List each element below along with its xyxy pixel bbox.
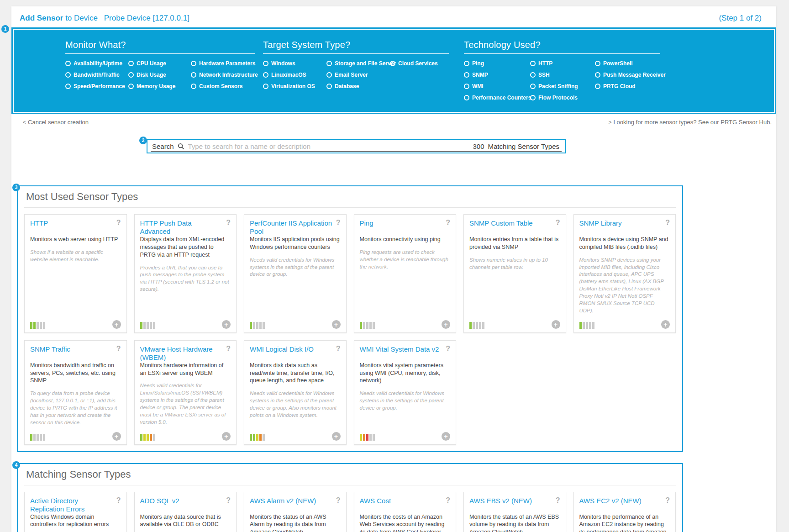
sensor-card[interactable]: VMware Host Hardware (WBEM) ? Monitors h… <box>134 340 237 445</box>
sensor-title[interactable]: SNMP Traffic <box>30 345 73 353</box>
sensor-description: Monitors the status of an AWS Alarm by r… <box>250 513 341 532</box>
filter-radio-option[interactable]: Push Message Receiver <box>595 69 666 80</box>
sensor-card[interactable]: SNMP Library ? Monitors a device using S… <box>573 214 676 333</box>
sensor-title[interactable]: WMI Logical Disk I/O <box>250 345 316 353</box>
help-icon[interactable]: ? <box>446 345 450 353</box>
filter-radio-option[interactable]: Availability/Uptime <box>65 58 128 69</box>
help-icon[interactable]: ? <box>116 219 121 226</box>
help-icon[interactable]: ? <box>336 497 341 504</box>
filter-radio-option[interactable]: Memory Usage <box>128 80 191 92</box>
help-icon[interactable]: ? <box>226 497 231 504</box>
filter-radio-option[interactable]: CPU Usage <box>128 58 191 69</box>
filter-radio-option[interactable]: Windows <box>263 58 326 69</box>
help-icon[interactable]: ? <box>116 345 121 353</box>
filter-radio-option[interactable]: Database <box>326 80 390 92</box>
add-sensor-plus-icon[interactable]: + <box>442 320 450 329</box>
add-sensor-plus-icon[interactable]: + <box>332 320 341 329</box>
device-name[interactable]: Probe Device [127.0.0.1] <box>104 14 189 22</box>
sensor-card[interactable]: Active Directory Replication Errors ? Ch… <box>24 492 127 532</box>
add-sensor-plus-icon[interactable]: + <box>442 432 450 441</box>
filter-radio-option[interactable]: WMI <box>464 80 530 92</box>
sensor-title[interactable]: ADO SQL v2 <box>140 497 182 505</box>
sensor-title[interactable]: HTTP <box>30 219 51 227</box>
filter-radio-option[interactable]: Network Infrastructure <box>191 69 258 80</box>
filter-radio-option[interactable]: Flow Protocols <box>530 92 595 103</box>
sensor-title[interactable]: Active Directory Replication Errors <box>30 497 116 513</box>
sensor-title[interactable]: HTTP Push Data Advanced <box>140 219 226 236</box>
sensor-title[interactable]: WMI Vital System Data v2 <box>360 345 442 353</box>
filter-radio-option[interactable]: HTTP <box>530 58 595 69</box>
sensor-card[interactable]: AWS EBS v2 (NEW) ? Monitors the status o… <box>463 492 566 532</box>
help-icon[interactable]: ? <box>226 219 231 226</box>
filter-radio-option[interactable]: Performance Counters <box>464 92 530 103</box>
add-sensor-plus-icon[interactable]: + <box>332 432 341 441</box>
sensor-card[interactable]: SNMP Custom Table ? Monitors entries fro… <box>463 214 566 333</box>
filter-radio-option[interactable]: Disk Usage <box>128 69 191 80</box>
sensor-title[interactable]: Ping <box>360 219 376 227</box>
gauge-bar <box>369 434 372 441</box>
sensor-card[interactable]: SNMP Traffic ? Monitors bandwidth and tr… <box>24 340 127 445</box>
help-icon[interactable]: ? <box>336 219 341 226</box>
sensor-title[interactable]: AWS Cost <box>360 497 394 505</box>
sensor-hub-link[interactable]: >Looking for more sensor types? See our … <box>608 119 772 126</box>
help-icon[interactable]: ? <box>446 497 450 504</box>
filter-radio-option[interactable]: SNMP <box>464 69 530 80</box>
filter-radio-option[interactable]: Hardware Parameters <box>191 58 258 69</box>
sensor-title[interactable]: SNMP Custom Table <box>469 219 536 227</box>
gauge-bar <box>469 322 472 329</box>
filter-radio-option[interactable]: Linux/macOS <box>263 69 326 80</box>
filter-group-title: Monitor What? <box>65 40 255 54</box>
filter-radio-option[interactable]: Email Server <box>326 69 390 80</box>
sensor-title[interactable]: AWS EBS v2 (NEW) <box>469 497 535 505</box>
sensor-card[interactable]: WMI Logical Disk I/O ? Monitors disk dat… <box>244 340 347 445</box>
filter-radio-option[interactable]: Custom Sensors <box>191 80 258 92</box>
filter-radio-option[interactable]: Bandwidth/Traffic <box>65 69 128 80</box>
sensor-title[interactable]: AWS Alarm v2 (NEW) <box>250 497 319 505</box>
sensor-card[interactable]: WMI Vital System Data v2 ? Monitors vita… <box>354 340 457 445</box>
sensor-title[interactable]: SNMP Library <box>579 219 625 227</box>
filter-group-technology: Technology Used? Ping SNMP <box>464 40 660 112</box>
gauge-bar <box>363 322 365 329</box>
add-sensor-plus-icon[interactable]: + <box>661 320 670 329</box>
search-input[interactable] <box>188 142 469 150</box>
sensor-card[interactable]: AWS Alarm v2 (NEW) ? Monitors the status… <box>244 492 347 532</box>
sensor-title[interactable]: AWS EC2 v2 (NEW) <box>579 497 644 505</box>
add-sensor-plus-icon[interactable]: + <box>112 320 121 329</box>
cancel-sensor-creation-link[interactable]: <Cancel sensor creation <box>23 119 89 126</box>
sensor-card[interactable]: AWS Cost ? Monitors the costs of an Amaz… <box>354 492 457 532</box>
help-icon[interactable]: ? <box>665 219 670 226</box>
help-icon[interactable]: ? <box>556 497 560 504</box>
filter-radio-option[interactable]: Ping <box>464 58 530 69</box>
filter-radio-option[interactable]: PRTG Cloud <box>595 80 666 92</box>
sensor-title[interactable]: PerfCounter IIS Application Pool <box>250 219 336 236</box>
help-icon[interactable]: ? <box>446 219 450 226</box>
add-sensor-plus-icon[interactable]: + <box>552 320 560 329</box>
filter-radio-option[interactable]: SSH <box>530 69 595 80</box>
help-icon[interactable]: ? <box>336 345 341 353</box>
filter-radio-option[interactable]: Virtualization OS <box>263 80 326 92</box>
add-sensor-plus-icon[interactable]: + <box>222 432 231 441</box>
filter-radio-option[interactable]: Speed/Performance <box>65 80 128 92</box>
help-icon[interactable]: ? <box>116 497 121 504</box>
help-icon[interactable]: ? <box>665 497 670 504</box>
sensor-card[interactable]: Ping ? Monitors connectivity using ping … <box>354 214 457 333</box>
filter-radio-option[interactable]: Cloud Services <box>390 58 449 69</box>
gauge-bar <box>150 434 152 441</box>
sensor-card[interactable]: HTTP Push Data Advanced ? Displays data … <box>134 214 237 333</box>
add-sensor-plus-icon[interactable]: + <box>112 432 121 441</box>
filter-radio-option[interactable]: Storage and File Server <box>326 58 390 69</box>
filter-group-title: Technology Used? <box>464 40 660 54</box>
sensor-card[interactable]: PerfCounter IIS Application Pool ? Monit… <box>244 214 347 333</box>
help-icon[interactable]: ? <box>226 345 231 353</box>
help-icon[interactable]: ? <box>556 219 560 226</box>
add-sensor-plus-icon[interactable]: + <box>222 320 231 329</box>
sensor-description: Monitors any data source that is availab… <box>140 513 231 529</box>
filter-radio-option[interactable]: Packet Sniffing <box>530 80 595 92</box>
sensor-card[interactable]: ADO SQL v2 ? Monitors any data source th… <box>134 492 237 532</box>
sensor-card[interactable]: AWS EC2 v2 (NEW) ? Monitors the performa… <box>573 492 676 532</box>
sensor-card[interactable]: HTTP ? Monitors a web server using HTTP … <box>24 214 127 333</box>
radio-icon <box>191 61 196 66</box>
impact-gauge-icon <box>140 322 155 329</box>
filter-radio-option[interactable]: PowerShell <box>595 58 666 69</box>
sensor-title[interactable]: VMware Host Hardware (WBEM) <box>140 345 226 362</box>
